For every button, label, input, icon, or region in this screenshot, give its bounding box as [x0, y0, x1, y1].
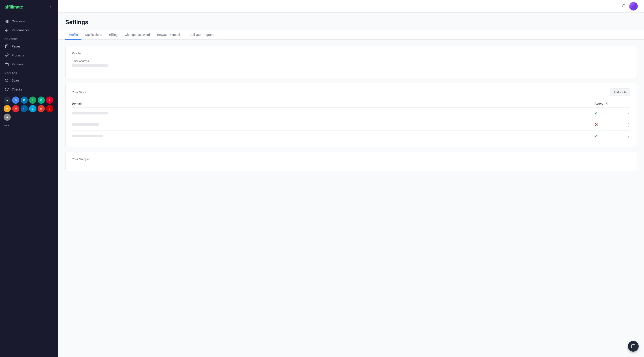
action-cell: ⋮ — [622, 131, 630, 142]
partner-amazon[interactable]: a — [4, 97, 11, 104]
sidebar-item-label: Performance — [12, 29, 30, 32]
svg-rect-2 — [8, 20, 8, 23]
main-content: Settings Profile Notifications Billing C… — [58, 0, 644, 357]
snippet-card-title: Your Snippet — [72, 157, 630, 161]
sidebar-item-label: Pages — [12, 45, 20, 48]
row-menu-button[interactable]: ⋮ — [622, 134, 630, 138]
settings-tabs: Profile Notifications Billing Change pas… — [58, 30, 644, 40]
sidebar-item-label: Overview — [12, 20, 24, 23]
table-row: ✓ ⋮ — [72, 108, 630, 119]
active-cell: ✓ — [594, 131, 622, 142]
tab-profile[interactable]: Profile — [65, 30, 82, 40]
email-value-placeholder — [72, 64, 108, 67]
partner-y[interactable]: Y — [46, 97, 53, 104]
sidebar-item-partners[interactable]: Partners — [0, 60, 58, 69]
sidebar-item-products[interactable]: Products — [0, 51, 58, 60]
table-row: ✓ ⋮ — [72, 131, 630, 142]
sidebar-item-label: Partners — [12, 63, 24, 66]
action-column-header — [622, 99, 630, 108]
partner-j[interactable]: J — [46, 105, 53, 112]
partner-f[interactable]: F — [20, 105, 28, 112]
tab-change-password[interactable]: Change password — [121, 30, 154, 40]
sidebar-item-overview[interactable]: Overview — [0, 17, 58, 26]
sidebar-item-scan[interactable]: Scan — [0, 76, 58, 85]
partner-a2[interactable]: A — [4, 114, 11, 121]
snippet-card: Your Snippet — [65, 152, 637, 171]
sites-header: Your Sites Add a site — [72, 89, 630, 96]
active-cell: ✓ — [594, 108, 622, 119]
action-cell: ⋮ — [622, 108, 630, 119]
active-column-header: Active i — [594, 99, 622, 108]
add-site-button[interactable]: Add a site — [610, 89, 630, 96]
svg-point-9 — [5, 79, 8, 82]
page-title: Settings — [65, 19, 637, 26]
sidebar-item-label: Scan — [12, 79, 19, 82]
active-checkmark: ✓ — [594, 134, 598, 138]
domain-cell — [72, 131, 594, 142]
svg-marker-3 — [5, 29, 8, 32]
sites-card: Your Sites Add a site Domain Active i — [65, 83, 637, 147]
partner-z[interactable]: Z — [29, 105, 36, 112]
document-icon — [4, 44, 9, 49]
domain-placeholder — [72, 135, 103, 137]
svg-rect-0 — [5, 21, 6, 23]
avatar-image — [629, 2, 638, 11]
sidebar-item-performance[interactable]: Performance — [0, 26, 58, 35]
link-icon — [4, 53, 9, 58]
more-partners-button[interactable] — [0, 123, 58, 130]
page-content: Settings Profile Notifications Billing C… — [58, 13, 644, 357]
profile-card-title: Profile — [72, 52, 630, 55]
search-icon — [4, 78, 9, 83]
domain-placeholder — [72, 123, 99, 126]
sites-card-title: Your Sites — [72, 91, 86, 94]
sidebar-item-label: Checks — [12, 88, 22, 91]
content-section-label: CONTENT — [0, 35, 58, 42]
profile-card: Profile Email address — [65, 46, 637, 78]
sidebar-nav: Overview Performance CONTENT Pages — [0, 14, 58, 357]
row-menu-button[interactable]: ⋮ — [622, 123, 630, 127]
topbar — [58, 0, 644, 13]
partner-c[interactable]: C — [38, 97, 45, 104]
domain-cell — [72, 119, 594, 131]
monitor-section-label: MONITOR — [0, 69, 58, 76]
email-form-group: Email address — [72, 60, 630, 69]
active-checkmark: ✓ — [594, 111, 598, 116]
logo-text: affilimate — [4, 5, 23, 10]
domain-cell — [72, 108, 594, 119]
tab-affiliate-program[interactable]: Affiliate Program — [187, 30, 217, 40]
partner-v[interactable]: V — [4, 105, 11, 112]
briefcase-icon — [4, 62, 9, 67]
user-avatar[interactable] — [629, 2, 638, 11]
logo: affilimate — [4, 5, 23, 10]
domain-column-header: Domain — [72, 99, 594, 108]
chat-button[interactable] — [628, 341, 639, 352]
chart-bar-icon — [4, 19, 9, 24]
sidebar-item-pages[interactable]: Pages — [0, 42, 58, 51]
table-row: ✕ ⋮ — [72, 119, 630, 131]
active-cell: ✕ — [594, 119, 622, 131]
sidebar-item-checks[interactable]: Checks — [0, 85, 58, 94]
domain-placeholder — [72, 112, 108, 114]
tab-notifications[interactable]: Notifications — [82, 30, 106, 40]
partner-w[interactable]: w — [12, 105, 19, 112]
inactive-mark: ✕ — [594, 123, 598, 127]
refresh-icon — [4, 87, 9, 92]
tab-browser-extension[interactable]: Browser Extension — [154, 30, 187, 40]
partner-b[interactable]: B — [20, 97, 28, 104]
lightning-icon — [4, 28, 9, 33]
partner-s[interactable]: S — [29, 97, 36, 104]
sites-table: Domain Active i — [72, 99, 630, 142]
sidebar-collapse-button[interactable] — [48, 4, 54, 10]
active-info-icon[interactable]: i — [604, 102, 608, 105]
svg-rect-8 — [5, 63, 8, 66]
row-menu-button[interactable]: ⋮ — [622, 111, 630, 115]
svg-rect-1 — [6, 21, 7, 23]
tab-billing[interactable]: Billing — [106, 30, 121, 40]
partner-google[interactable]: G — [12, 97, 19, 104]
notification-bell-button[interactable] — [622, 4, 626, 9]
partner-r[interactable]: R — [38, 105, 45, 112]
action-cell: ⋮ — [622, 119, 630, 131]
svg-line-10 — [8, 81, 8, 82]
email-label: Email address — [72, 60, 630, 63]
sidebar-item-label: Products — [12, 54, 24, 57]
